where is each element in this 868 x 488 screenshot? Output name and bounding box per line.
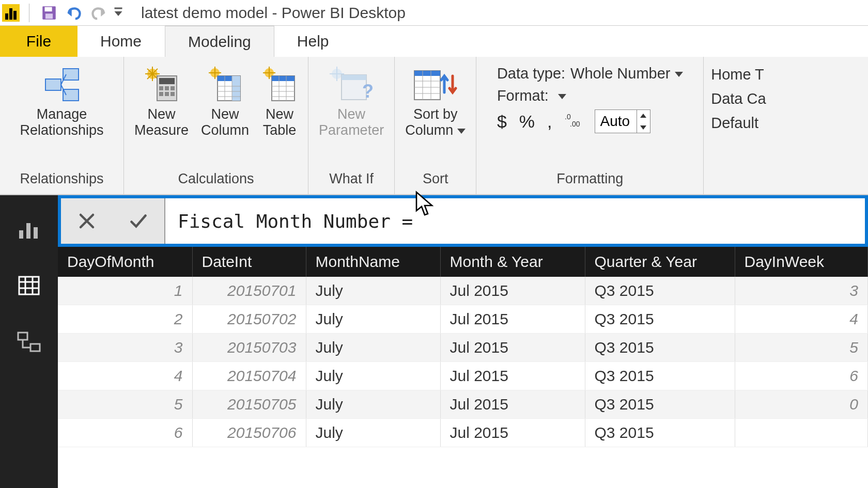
group-formatting-label: Formatting bbox=[556, 168, 623, 192]
table-row[interactable]: 420150704JulyJul 2015Q3 20156 bbox=[58, 362, 868, 390]
cell-quarteryear: Q3 2015 bbox=[585, 390, 735, 419]
undo-icon bbox=[64, 4, 84, 22]
qat-customize-button[interactable] bbox=[111, 7, 126, 19]
cell-dayofmonth: 6 bbox=[58, 419, 192, 447]
nav-model-view[interactable] bbox=[16, 329, 42, 357]
data-type-dropdown[interactable]: Whole Number bbox=[570, 65, 683, 82]
svg-rect-50 bbox=[414, 71, 440, 76]
currency-button[interactable]: $ bbox=[497, 112, 507, 132]
cell-dateint: 20150705 bbox=[192, 390, 306, 419]
svg-rect-1 bbox=[45, 7, 52, 11]
cell-dateint: 20150706 bbox=[192, 419, 306, 447]
table-row[interactable]: 520150705JulyJul 2015Q3 20150 bbox=[58, 390, 868, 419]
new-measure-button[interactable]: New Measure bbox=[131, 63, 192, 140]
sort-by-column-label: Sort by Column bbox=[405, 106, 466, 138]
formula-cancel-button[interactable] bbox=[61, 212, 113, 230]
save-button[interactable] bbox=[37, 4, 61, 22]
title-bar: latest demo model - Power BI Desktop bbox=[0, 0, 868, 26]
new-table-label: New Table bbox=[263, 106, 297, 138]
format-dropdown[interactable] bbox=[554, 87, 566, 104]
formula-input[interactable]: Fiscal Month Number = bbox=[165, 198, 865, 244]
table-row[interactable]: 220150702JulyJul 2015Q3 20154 bbox=[58, 305, 868, 334]
cell-monthyear: Jul 2015 bbox=[440, 305, 585, 334]
cell-monthname: July bbox=[306, 362, 440, 390]
table-row[interactable]: 120150701JulyJul 2015Q3 20153 bbox=[58, 277, 868, 305]
decimal-icon: .0.00 bbox=[565, 112, 582, 131]
svg-rect-58 bbox=[19, 230, 23, 239]
nav-report-view[interactable] bbox=[16, 216, 42, 244]
svg-rect-27 bbox=[232, 76, 240, 101]
nav-data-view[interactable] bbox=[16, 273, 42, 301]
cell-monthyear: Jul 2015 bbox=[440, 362, 585, 390]
tab-help[interactable]: Help bbox=[274, 26, 352, 57]
cell-dateint: 20150703 bbox=[192, 334, 306, 362]
cell-dayinweek: 5 bbox=[735, 334, 868, 362]
svg-rect-37 bbox=[272, 76, 295, 81]
svg-rect-15 bbox=[159, 78, 175, 84]
default-summarization-dropdown[interactable]: Default bbox=[711, 115, 766, 132]
sort-by-column-button[interactable]: Sort by Column bbox=[402, 63, 469, 140]
cell-dayinweek bbox=[735, 419, 868, 447]
cell-dayofmonth: 2 bbox=[58, 305, 192, 334]
left-nav bbox=[0, 195, 58, 488]
col-dateint[interactable]: DateInt bbox=[192, 247, 306, 277]
group-calculations: New Measure New Column bbox=[124, 57, 308, 194]
new-column-icon bbox=[207, 67, 243, 103]
redo-button[interactable] bbox=[86, 4, 111, 22]
tab-home[interactable]: Home bbox=[78, 26, 165, 57]
percent-button[interactable]: % bbox=[519, 112, 535, 132]
bar-chart-icon bbox=[16, 216, 42, 242]
cell-quarteryear: Q3 2015 bbox=[585, 419, 735, 447]
decimal-places-spinner[interactable] bbox=[595, 109, 650, 133]
app-logo-icon bbox=[2, 4, 20, 22]
svg-rect-61 bbox=[19, 277, 39, 294]
parameter-icon: ? bbox=[328, 67, 375, 103]
manage-relationships-label: Manage Relationships bbox=[20, 106, 103, 138]
table-row[interactable]: 320150703JulyJul 2015Q3 20155 bbox=[58, 334, 868, 362]
model-icon bbox=[16, 329, 42, 355]
save-icon bbox=[40, 4, 58, 22]
svg-rect-67 bbox=[30, 344, 40, 351]
ribbon-tabs: File Home Modeling Help bbox=[0, 26, 868, 57]
svg-rect-3 bbox=[115, 7, 122, 9]
comma-button[interactable]: , bbox=[547, 112, 552, 132]
col-quarteryear[interactable]: Quarter & Year bbox=[585, 247, 735, 277]
cell-monthyear: Jul 2015 bbox=[440, 390, 585, 419]
table-row[interactable]: 620150706JulyJul 2015Q3 2015 bbox=[58, 419, 868, 447]
svg-rect-5 bbox=[45, 79, 61, 90]
svg-rect-59 bbox=[26, 223, 30, 239]
new-column-label: New Column bbox=[201, 106, 249, 138]
chevron-down-icon bbox=[114, 7, 123, 19]
divider bbox=[29, 4, 29, 22]
group-relationships-label: Relationships bbox=[20, 168, 103, 192]
sort-icon bbox=[412, 67, 459, 103]
cell-dayinweek: 4 bbox=[735, 305, 868, 334]
new-column-button[interactable]: New Column bbox=[198, 63, 252, 140]
svg-rect-18 bbox=[171, 86, 175, 90]
new-table-button[interactable]: New Table bbox=[258, 63, 301, 140]
svg-rect-60 bbox=[34, 227, 38, 239]
group-sort-label: Sort bbox=[423, 168, 448, 192]
cell-dayofmonth: 4 bbox=[58, 362, 192, 390]
cell-monthname: July bbox=[306, 419, 440, 447]
svg-rect-4 bbox=[63, 69, 79, 80]
main-area: Fiscal Month Number = DayOfMonth DateInt… bbox=[0, 195, 868, 488]
home-table-dropdown[interactable]: Home T bbox=[711, 66, 766, 83]
cell-dayofmonth: 1 bbox=[58, 277, 192, 305]
data-category-dropdown[interactable]: Data Ca bbox=[711, 90, 766, 107]
cell-quarteryear: Q3 2015 bbox=[585, 277, 735, 305]
decimal-places-input[interactable] bbox=[595, 113, 637, 130]
col-dayinweek[interactable]: DayInWeek bbox=[735, 247, 868, 277]
manage-relationships-button[interactable]: Manage Relationships bbox=[17, 63, 106, 140]
col-monthyear[interactable]: Month & Year bbox=[440, 247, 585, 277]
undo-button[interactable] bbox=[61, 4, 86, 22]
group-relationships: Manage Relationships Relationships bbox=[0, 57, 124, 194]
col-dayofmonth[interactable]: DayOfMonth bbox=[58, 247, 192, 277]
tab-modeling[interactable]: Modeling bbox=[165, 26, 274, 57]
cell-quarteryear: Q3 2015 bbox=[585, 362, 735, 390]
formula-commit-button[interactable] bbox=[113, 212, 164, 230]
tab-file[interactable]: File bbox=[0, 26, 78, 57]
cell-monthname: July bbox=[306, 305, 440, 334]
col-monthname[interactable]: MonthName bbox=[306, 247, 440, 277]
spinner-arrows[interactable] bbox=[637, 109, 650, 133]
